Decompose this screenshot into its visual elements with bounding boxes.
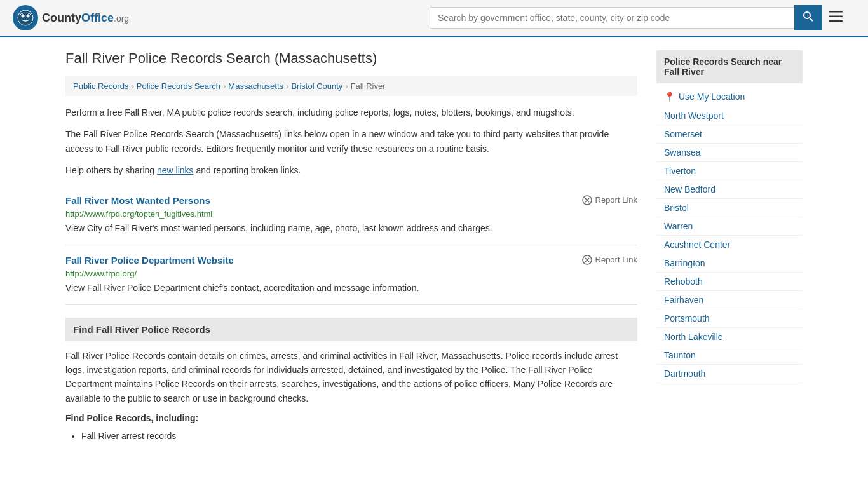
find-section-header: Find Fall River Police Records: [65, 318, 637, 341]
find-section: Find Fall River Police Records Fall Rive…: [65, 318, 637, 445]
sidebar-link[interactable]: Dartmouth: [656, 365, 803, 383]
report-link-2[interactable]: Report Link: [582, 255, 637, 265]
new-links-link[interactable]: new links: [157, 165, 194, 175]
content-area: Fall River Police Records Search (Massac…: [65, 50, 637, 444]
sidebar-link[interactable]: Portsmouth: [656, 309, 803, 328]
svg-rect-6: [829, 16, 843, 18]
result-header-2: Fall River Police Department Website Rep…: [65, 255, 637, 266]
main-container: Fall River Police Records Search (Massac…: [53, 37, 815, 457]
sidebar-link[interactable]: Warren: [656, 217, 803, 236]
result-item-1: Fall River Most Wanted Persons Report Li…: [65, 186, 637, 245]
svg-point-0: [18, 10, 33, 25]
logo: CountyOffice.org: [13, 5, 129, 30]
sidebar-link[interactable]: Rehoboth: [656, 273, 803, 291]
breadcrumb-massachusetts[interactable]: Massachusetts: [228, 81, 283, 91]
sidebar-link[interactable]: Tiverton: [656, 162, 803, 180]
sidebar-link[interactable]: New Bedford: [656, 180, 803, 199]
breadcrumb-police-records-search[interactable]: Police Records Search: [137, 81, 220, 91]
svg-line-4: [810, 18, 813, 21]
description-2: The Fall River Police Records Search (Ma…: [65, 127, 637, 156]
sidebar-link[interactable]: Bristol: [656, 199, 803, 217]
result-desc-1: View City of Fall River's most wanted pe…: [65, 222, 637, 235]
sidebar-link[interactable]: Acushnet Center: [656, 236, 803, 254]
report-icon-1: [582, 195, 592, 205]
list-item: Fall River arrest records: [81, 428, 637, 444]
header: CountyOffice.org: [0, 0, 868, 37]
result-title-1[interactable]: Fall River Most Wanted Persons: [65, 195, 210, 206]
sidebar-links: North WestportSomersetSwanseaTivertonNew…: [656, 107, 803, 383]
result-desc-2: View Fall River Police Department chief'…: [65, 281, 637, 295]
search-input[interactable]: [430, 7, 794, 29]
svg-point-1: [22, 15, 25, 18]
result-item-2: Fall River Police Department Website Rep…: [65, 245, 637, 305]
description-1: Perform a free Fall River, MA public pol…: [65, 105, 637, 119]
menu-button[interactable]: [829, 10, 843, 26]
breadcrumb-bristol-county[interactable]: Bristol County: [291, 81, 342, 91]
result-url-1[interactable]: http://www.frpd.org/topten_fugitives.htm…: [65, 209, 637, 219]
find-desc: Fall River Police Records contain detail…: [65, 349, 637, 406]
search-button[interactable]: [794, 5, 822, 30]
sidebar-title: Police Records Search near Fall River: [656, 50, 803, 83]
page-title: Fall River Police Records Search (Massac…: [65, 50, 637, 67]
sidebar-link[interactable]: Barrington: [656, 254, 803, 273]
use-my-location-link[interactable]: 📍 Use My Location: [656, 86, 803, 107]
find-subheader: Find Police Records, including:: [65, 413, 637, 423]
sidebar-link[interactable]: North Lakeville: [656, 328, 803, 346]
logo-icon: [13, 5, 38, 30]
result-title-2[interactable]: Fall River Police Department Website: [65, 255, 234, 266]
sidebar-link[interactable]: Taunton: [656, 346, 803, 365]
sidebar: Police Records Search near Fall River 📍 …: [656, 50, 803, 444]
breadcrumb-current: Fall River: [351, 81, 386, 91]
result-url-2[interactable]: http://www.frpd.org/: [65, 269, 637, 278]
description-3: Help others by sharing new links and rep…: [65, 163, 637, 177]
logo-text: CountyOffice.org: [42, 11, 129, 25]
search-area: [430, 5, 843, 30]
sidebar-link[interactable]: Fairhaven: [656, 291, 803, 309]
result-header-1: Fall River Most Wanted Persons Report Li…: [65, 195, 637, 206]
find-list: Fall River arrest records: [65, 428, 637, 444]
sidebar-link[interactable]: Swansea: [656, 144, 803, 162]
svg-point-2: [27, 15, 30, 18]
svg-point-3: [804, 12, 810, 18]
sidebar-link[interactable]: North Westport: [656, 107, 803, 125]
breadcrumb: Public Records › Police Records Search ›…: [65, 76, 637, 96]
report-icon-2: [582, 255, 592, 265]
breadcrumb-public-records[interactable]: Public Records: [73, 81, 128, 91]
svg-rect-5: [829, 11, 843, 13]
svg-rect-7: [829, 20, 843, 22]
sidebar-link[interactable]: Somerset: [656, 125, 803, 144]
location-icon: 📍: [664, 92, 675, 102]
report-link-1[interactable]: Report Link: [582, 195, 637, 205]
